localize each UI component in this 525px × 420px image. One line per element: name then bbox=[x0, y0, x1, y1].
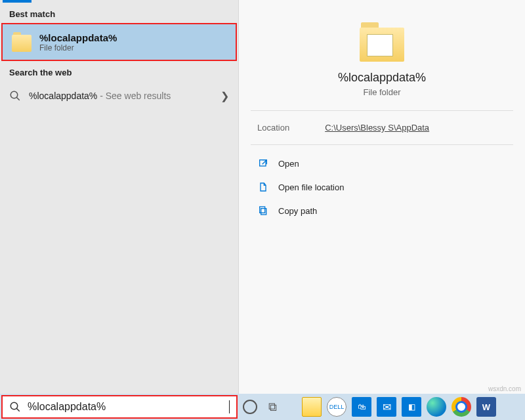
action-open-label: Open bbox=[278, 159, 299, 169]
word-icon[interactable]: W bbox=[476, 397, 496, 417]
action-copy-path-label: Copy path bbox=[278, 206, 317, 216]
main-area: Best match %localappdata% File folder Se… bbox=[0, 0, 525, 394]
chevron-right-icon: ❯ bbox=[220, 90, 229, 102]
svg-rect-2 bbox=[260, 160, 266, 166]
web-result-row[interactable]: %localappdata% - See web results ❯ bbox=[0, 81, 238, 110]
open-icon bbox=[257, 158, 269, 169]
text-caret bbox=[229, 400, 230, 413]
web-term: %localappdata% bbox=[29, 91, 97, 101]
action-open-location[interactable]: Open file location bbox=[251, 175, 513, 199]
windows-search-panel: Best match %localappdata% File folder Se… bbox=[0, 0, 525, 420]
watermark: wsxdn.com bbox=[488, 385, 521, 392]
folder-icon bbox=[12, 32, 32, 52]
preview-subtitle: File folder bbox=[363, 87, 400, 97]
web-suffix: - See web results bbox=[97, 91, 171, 101]
svg-point-6 bbox=[10, 402, 18, 410]
actions-list: Open Open file location Copy path bbox=[239, 145, 525, 229]
taskview-icon[interactable]: ⧉ bbox=[262, 397, 282, 417]
edge-icon[interactable] bbox=[427, 397, 446, 417]
search-icon bbox=[9, 90, 21, 102]
action-open-location-label: Open file location bbox=[278, 182, 344, 192]
preview-pane: %localappdata% File folder Location C:\U… bbox=[239, 0, 525, 394]
preview-title: %localappdata% bbox=[338, 71, 426, 85]
svg-point-0 bbox=[10, 91, 18, 98]
best-match-heading: Best match bbox=[0, 3, 238, 23]
app-icon[interactable]: ◧ bbox=[402, 397, 421, 417]
location-row: Location C:\Users\Blessy S\AppData bbox=[239, 111, 525, 144]
result-texts: %localappdata% File folder bbox=[39, 32, 117, 52]
svg-rect-5 bbox=[260, 207, 265, 213]
file-explorer-icon[interactable] bbox=[302, 397, 322, 417]
preview-header: %localappdata% File folder bbox=[239, 0, 525, 110]
result-title: %localappdata% bbox=[39, 32, 117, 43]
chrome-icon[interactable] bbox=[452, 397, 471, 417]
action-open[interactable]: Open bbox=[251, 152, 513, 175]
taskbar-icons: ⧉ DELL 🛍 ✉ ◧ W bbox=[243, 394, 496, 420]
location-link[interactable]: C:\Users\Blessy S\AppData bbox=[325, 123, 429, 133]
copy-path-icon bbox=[257, 205, 269, 217]
taskbar: ⧉ DELL 🛍 ✉ ◧ W bbox=[0, 394, 525, 420]
dell-icon[interactable]: DELL bbox=[327, 397, 346, 417]
microsoft-store-icon[interactable]: 🛍 bbox=[352, 397, 371, 417]
web-result-text: %localappdata% - See web results bbox=[29, 91, 171, 101]
search-icon bbox=[9, 401, 21, 413]
svg-line-7 bbox=[16, 408, 20, 411]
svg-rect-4 bbox=[261, 209, 266, 215]
best-match-result[interactable]: %localappdata% File folder bbox=[1, 23, 237, 61]
mail-icon[interactable]: ✉ bbox=[377, 397, 396, 417]
search-input[interactable] bbox=[28, 401, 222, 413]
cortana-icon[interactable] bbox=[243, 400, 257, 414]
action-copy-path[interactable]: Copy path bbox=[251, 199, 513, 222]
search-web-heading: Search the web bbox=[0, 61, 238, 81]
taskbar-search-box[interactable] bbox=[1, 395, 238, 419]
result-subtitle: File folder bbox=[39, 43, 117, 52]
svg-line-1 bbox=[16, 97, 20, 100]
folder-icon-large bbox=[360, 22, 404, 62]
open-location-icon bbox=[257, 181, 269, 193]
location-label: Location bbox=[257, 123, 289, 133]
results-pane: Best match %localappdata% File folder Se… bbox=[0, 0, 239, 394]
